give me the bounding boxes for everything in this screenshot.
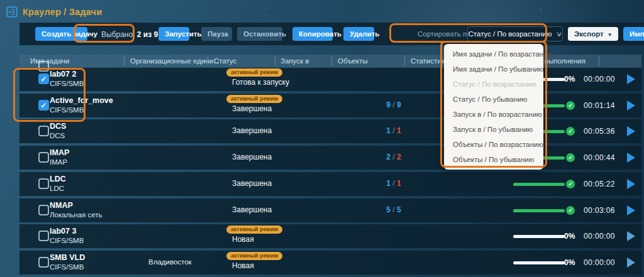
column-separator (124, 57, 125, 65)
pause-button[interactable]: Пауза (201, 27, 232, 41)
play-button[interactable] (627, 153, 635, 163)
table-row[interactable]: NMAP Локальная сеть Завершена 5 / 5 ✓ 00… (19, 198, 641, 222)
copy-button[interactable]: Копировать (292, 27, 333, 41)
sort-menu-item[interactable]: Статус / По убыванию (444, 92, 543, 107)
export-button[interactable]: Экспорт▼ (568, 27, 618, 41)
success-check-icon: ✓ (566, 153, 575, 162)
row-checkbox[interactable] (38, 178, 49, 189)
column-header-launch[interactable]: Запуск в (280, 57, 309, 65)
row-checkbox[interactable]: ✓ (38, 100, 49, 111)
sort-menu-item[interactable]: Объекты / По убыванию (444, 152, 543, 167)
progress-percent: 0% (564, 75, 575, 84)
row-checkbox[interactable]: ✓ (38, 73, 49, 84)
status-text: Завершена (232, 104, 272, 113)
play-button[interactable] (627, 179, 635, 189)
objects-total: 1 (397, 179, 401, 188)
task-name-cell: NMAP Локальная сеть (50, 201, 103, 220)
sort-menu-item[interactable]: Запуск в / По возрастанию (444, 107, 543, 122)
run-button[interactable]: Запустить (158, 27, 189, 41)
column-header-objects[interactable]: Объекты (338, 57, 367, 65)
task-name-cell: DCS DCS (50, 122, 66, 141)
play-button[interactable] (627, 231, 635, 241)
objects-done: 2 (386, 153, 391, 161)
sort-by-label: Сортировать по: (418, 30, 473, 38)
play-button[interactable] (627, 258, 635, 268)
objects-separator: / (391, 179, 397, 188)
task-type: LDC (50, 184, 66, 193)
column-header-status[interactable]: Статус (214, 57, 236, 65)
row-checkbox[interactable] (38, 257, 49, 268)
active-mode-badge: активный режим (226, 95, 282, 103)
column-separator (599, 57, 599, 65)
objects-separator: / (391, 205, 397, 214)
progress-percent: 0% (564, 258, 575, 267)
row-checkbox[interactable] (38, 205, 49, 215)
task-name-cell: lab07 3 CIFS/SMB (50, 227, 84, 246)
status-text: Готова к запуску (232, 78, 289, 87)
stop-button[interactable]: Остановить (237, 27, 282, 41)
sort-menu-item[interactable]: Имя задачи / По возрастанию (444, 46, 543, 62)
objects-count: 2 / 2 (369, 153, 419, 161)
sort-menu-item[interactable]: Запуск в / По убыванию (444, 122, 543, 137)
chevron-down-icon: ∨ (556, 30, 562, 38)
column-header-name[interactable]: Имя задачи (30, 57, 70, 65)
objects-separator: / (391, 153, 397, 161)
task-name: lab07 3 (50, 227, 84, 236)
objects-separator: / (391, 100, 397, 109)
sort-select[interactable]: Статус / По возрастанию ∨ (467, 26, 563, 41)
table-row[interactable]: DCS DCS Завершена 1 / 1 ✓ 00:05:36 (19, 119, 641, 143)
play-button[interactable] (627, 205, 635, 215)
progress-percent: 0% (564, 232, 575, 241)
task-name: LDC (50, 175, 66, 184)
column-header-org[interactable]: Организационные едини... (130, 57, 219, 65)
breadcrumb: Краулер / Задачи (6, 5, 102, 19)
crawler-tasks-page: Краулер / Задачи Создать задачу Выбрано:… (0, 0, 644, 277)
sort-menu-item[interactable]: Объекты / По возрастанию (444, 137, 543, 152)
active-mode-badge: активный режим (226, 225, 282, 234)
play-button[interactable] (627, 100, 635, 111)
elapsed-time: 00:01:14 (584, 101, 615, 110)
success-check-icon: ✓ (566, 101, 575, 110)
elapsed-time: 00:00:00 (584, 75, 615, 84)
sort-menu-item[interactable]: Имя задачи / По убыванию (444, 62, 543, 77)
delete-button[interactable]: Удалить (343, 27, 374, 41)
selected-count: Выбрано: 2 из 9 (101, 30, 158, 39)
play-button[interactable] (627, 74, 635, 84)
task-name: SMB VLD (50, 253, 85, 263)
status-text: Завершена (232, 179, 272, 188)
task-name: IMAP (50, 148, 69, 158)
progress-bar (513, 183, 565, 186)
status-text: Завершена (232, 205, 272, 214)
table-row[interactable]: LDC LDC Завершена 1 / 1 ✓ 00:05:22 (19, 172, 641, 196)
import-button[interactable]: Импорт (623, 27, 644, 41)
column-header-statistics[interactable]: Статистика (411, 57, 448, 65)
active-mode-badge: активный режим (226, 252, 282, 260)
task-type: CIFS/SMB (50, 236, 84, 246)
task-name: DCS (50, 122, 66, 131)
objects-done: 9 (386, 100, 391, 109)
objects-count: 1 / 1 (369, 126, 419, 135)
objects-total: 9 (397, 100, 401, 109)
play-button[interactable] (627, 126, 635, 136)
table-row[interactable]: lab07 3 CIFS/SMB активный режим Новая 0%… (19, 224, 641, 248)
elapsed-time: 00:00:00 (584, 258, 615, 267)
elapsed-time: 00:00:00 (584, 232, 615, 241)
row-checkbox[interactable] (38, 231, 49, 241)
table-row[interactable]: SMB VLD CIFS/SMB Владивосток активный ре… (19, 251, 641, 274)
success-check-icon: ✓ (566, 180, 575, 188)
create-task-button[interactable]: Создать задачу (35, 27, 87, 41)
row-checkbox[interactable] (38, 126, 49, 136)
column-separator (331, 57, 332, 65)
elapsed-time: 00:05:22 (584, 180, 615, 188)
table-row[interactable]: ✓ Active_for_move CIFS/SMB активный режи… (19, 94, 641, 117)
table-row[interactable]: ✓ lab07 2 CIFS/SMB активный режим Готова… (19, 67, 641, 91)
task-type: IMAP (50, 158, 69, 167)
row-checkbox[interactable] (38, 152, 49, 163)
task-name: Active_for_move (50, 96, 113, 106)
table-row[interactable]: IMAP IMAP Завершена 2 / 2 ✓ 00:00:44 (19, 146, 641, 170)
objects-total: 1 (397, 126, 401, 135)
objects-done: 5 (386, 205, 391, 214)
elapsed-time: 00:03:06 (584, 206, 615, 215)
task-name-cell: SMB VLD CIFS/SMB (50, 253, 85, 272)
status-text: Новая (232, 235, 254, 244)
